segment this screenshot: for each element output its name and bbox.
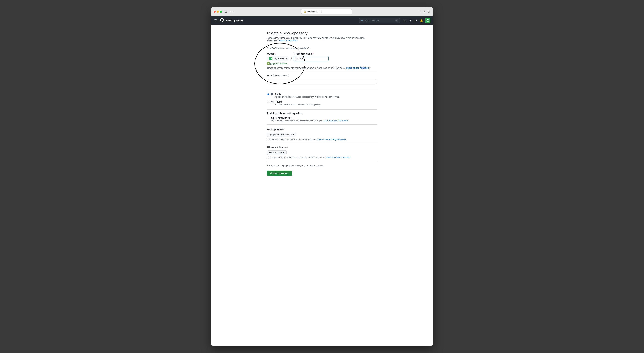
required-note: Required fields are marked with an aster… xyxy=(267,47,377,49)
license-desc: A license tells others what they can and… xyxy=(267,156,377,158)
license-dropdown-icon: ▾ xyxy=(283,151,284,154)
public-label: Public xyxy=(275,93,339,96)
owner-label: Owner * xyxy=(267,53,289,55)
search-kbd: / xyxy=(395,19,398,22)
check-circle-icon: ✅ xyxy=(267,62,270,65)
readme-desc: This is where you can write a long descr… xyxy=(271,120,348,122)
public-radio[interactable] xyxy=(267,93,269,96)
hamburger-menu-btn[interactable]: ☰ xyxy=(214,18,218,23)
info-icon: ℹ xyxy=(267,164,268,167)
description-group: Description (optional) xyxy=(267,74,377,86)
repo-name-input[interactable] xyxy=(294,56,329,61)
dropdown-arrow-icon: ▾ xyxy=(405,20,406,22)
owner-select[interactable]: Aryan-402 ▾ xyxy=(267,56,289,61)
readme-option: Add a README file This is where you can … xyxy=(267,117,377,122)
gitignore-dropdown-icon: ▾ xyxy=(293,134,294,136)
license-title: Choose a license xyxy=(267,146,377,149)
user-avatar[interactable] xyxy=(425,18,430,23)
availability-message: ✅ git-gub is available. xyxy=(267,62,377,65)
address-bar-container: 🔒 github.com ↻ xyxy=(236,9,417,14)
private-label: Private xyxy=(275,101,321,103)
suggestion-text: Great repository names are short and mem… xyxy=(267,67,377,69)
readme-checkbox[interactable] xyxy=(267,117,269,119)
pull-requests-btn[interactable]: ⇄ xyxy=(414,19,418,23)
share-btn[interactable]: ⬆ xyxy=(418,10,422,14)
repo-name-required-star: * xyxy=(312,53,313,55)
owner-group: Owner * Aryan-402 ▾ xyxy=(267,53,289,61)
page-title: Create a new repository xyxy=(267,31,377,35)
readme-content: Add a README file This is where you can … xyxy=(271,117,348,122)
divider-7 xyxy=(267,162,377,162)
private-content: Private You choose who can see and commi… xyxy=(275,101,321,106)
title-bar: ⊞ ‹ › 🔒 github.com ↻ ⬆ + ⊡ xyxy=(211,7,433,16)
private-radio[interactable] xyxy=(267,101,269,103)
search-placeholder: Type / to search xyxy=(365,19,380,22)
owner-avatar-icon xyxy=(269,57,272,60)
license-dropdown-btn[interactable]: License: None ▾ xyxy=(267,151,286,155)
readme-label: Add a README file xyxy=(271,117,348,119)
search-icon: 🔍 xyxy=(361,19,364,22)
slash-divider: / xyxy=(290,56,293,61)
back-btn[interactable]: ‹ xyxy=(228,10,231,14)
main-content: Create a new repository A repository con… xyxy=(211,25,433,346)
address-bar[interactable]: 🔒 github.com ↻ xyxy=(301,9,352,14)
owner-required-star: * xyxy=(274,53,276,55)
import-link[interactable]: Import a repository. xyxy=(279,39,298,42)
public-icon xyxy=(271,93,273,96)
owner-repo-container: Owner * Aryan-402 ▾ xyxy=(267,53,377,65)
suggestion-link[interactable]: super-duper-fishstick xyxy=(346,67,369,69)
sidebar-toggle-btn[interactable]: ⊞ xyxy=(224,10,228,14)
minimize-button[interactable] xyxy=(217,11,219,13)
readme-learn-link[interactable]: Learn more about READMEs. xyxy=(324,120,348,122)
private-option: Private You choose who can see and commi… xyxy=(267,99,377,107)
search-bar[interactable]: 🔍 Type / to search / xyxy=(359,18,400,23)
notifications-btn[interactable]: 🔔 xyxy=(419,19,424,23)
divider-4 xyxy=(267,109,377,110)
fullscreen-button[interactable] xyxy=(220,11,222,13)
browser-nav-controls: ⊞ ‹ › xyxy=(224,10,235,14)
browser-window: ⊞ ‹ › 🔒 github.com ↻ ⬆ + ⊡ ☰ New reposit… xyxy=(211,7,433,346)
owner-value: Aryan-402 xyxy=(274,57,284,60)
create-repository-btn[interactable]: Create repository xyxy=(267,171,292,176)
owner-dropdown-icon: ▾ xyxy=(286,57,287,60)
new-tab-btn[interactable]: + xyxy=(423,10,426,14)
gitignore-learn-link[interactable]: Learn more about ignoring files. xyxy=(318,138,346,141)
optional-text: (optional) xyxy=(280,74,289,77)
app-navbar: ☰ New repository 🔍 Type / to search / + … xyxy=(211,16,433,25)
gitignore-section: Add .gitignore .gitignore template: None… xyxy=(267,128,377,141)
issues-btn[interactable]: ⊙ xyxy=(408,19,412,23)
address-text: github.com xyxy=(307,11,317,13)
new-item-btn[interactable]: + ▾ xyxy=(403,19,407,23)
gitignore-desc: Choose which files not to track from a l… xyxy=(267,138,377,141)
github-logo xyxy=(220,18,224,23)
gitignore-dropdown-btn[interactable]: .gitignore template: None ▾ xyxy=(267,133,296,137)
nav-actions: + ▾ ⊙ ⇄ 🔔 xyxy=(403,18,430,23)
visibility-group: Public Anyone on the internet can see th… xyxy=(267,92,377,107)
info-note: ℹ You are creating a public repository i… xyxy=(267,164,377,167)
traffic-lights xyxy=(214,11,222,13)
owner-repo-row: Owner * Aryan-402 ▾ xyxy=(267,53,377,61)
repo-name-label: Repository name * xyxy=(294,53,329,55)
description-input[interactable] xyxy=(267,79,377,84)
license-section: Choose a license License: None ▾ A licen… xyxy=(267,146,377,158)
init-section-title: Initialize this repository with: xyxy=(267,112,377,115)
license-learn-link[interactable]: Learn more about licenses. xyxy=(326,156,351,158)
description-label: Description (optional) xyxy=(267,74,377,77)
forward-btn[interactable]: › xyxy=(232,10,234,14)
page-subtitle: A repository contains all project files,… xyxy=(267,37,377,42)
public-desc: Anyone on the internet can see this repo… xyxy=(275,96,339,98)
toolbar-right: ⬆ + ⊡ xyxy=(418,10,430,14)
reload-btn[interactable]: ↻ xyxy=(320,10,323,13)
page-container: Create a new repository A repository con… xyxy=(263,31,381,176)
public-content: Public Anyone on the internet can see th… xyxy=(275,93,339,98)
public-option: Public Anyone on the internet can see th… xyxy=(267,92,377,99)
private-icon xyxy=(271,101,273,104)
gitignore-title: Add .gitignore xyxy=(267,128,377,131)
lock-icon: 🔒 xyxy=(304,11,306,13)
tab-overview-btn[interactable]: ⊡ xyxy=(427,10,430,14)
private-desc: You choose who can see and commit to thi… xyxy=(275,103,321,106)
repo-name-group: Repository name * xyxy=(294,53,329,61)
close-button[interactable] xyxy=(214,11,216,13)
nav-page-title: New repository xyxy=(226,19,244,22)
